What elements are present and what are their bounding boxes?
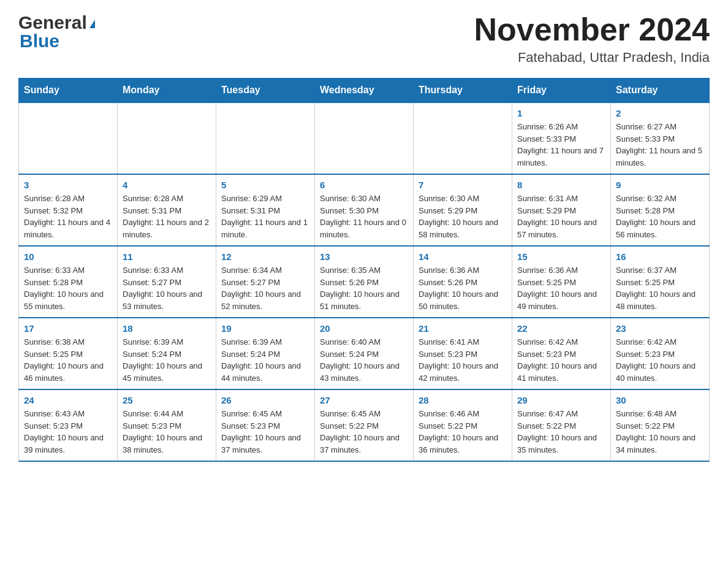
table-row: 2Sunrise: 6:27 AMSunset: 5:33 PMDaylight…	[611, 102, 710, 174]
day-info: Sunrise: 6:43 AMSunset: 5:23 PMDaylight:…	[24, 408, 112, 456]
calendar-row-1: 3Sunrise: 6:28 AMSunset: 5:32 PMDaylight…	[19, 174, 710, 246]
day-info: Sunrise: 6:29 AMSunset: 5:31 PMDaylight:…	[221, 193, 309, 240]
header-monday: Monday	[118, 79, 216, 103]
table-row	[19, 102, 118, 174]
table-row: 3Sunrise: 6:28 AMSunset: 5:32 PMDaylight…	[19, 174, 118, 246]
table-row: 29Sunrise: 6:47 AMSunset: 5:22 PMDayligh…	[512, 389, 611, 461]
day-info: Sunrise: 6:28 AMSunset: 5:32 PMDaylight:…	[24, 193, 112, 240]
table-row: 27Sunrise: 6:45 AMSunset: 5:22 PMDayligh…	[315, 389, 414, 461]
table-row: 23Sunrise: 6:42 AMSunset: 5:23 PMDayligh…	[611, 318, 710, 389]
day-info: Sunrise: 6:41 AMSunset: 5:23 PMDaylight:…	[419, 336, 507, 384]
table-row: 28Sunrise: 6:46 AMSunset: 5:22 PMDayligh…	[414, 389, 512, 461]
day-number: 23	[616, 323, 704, 334]
day-number: 19	[221, 323, 309, 334]
day-info: Sunrise: 6:48 AMSunset: 5:22 PMDaylight:…	[616, 408, 704, 456]
table-row: 18Sunrise: 6:39 AMSunset: 5:24 PMDayligh…	[118, 318, 216, 389]
day-number: 12	[221, 251, 309, 262]
day-number: 21	[419, 323, 507, 334]
day-info: Sunrise: 6:39 AMSunset: 5:24 PMDaylight:…	[123, 336, 211, 384]
header-friday: Friday	[512, 79, 611, 103]
day-number: 15	[517, 251, 605, 262]
table-row: 7Sunrise: 6:30 AMSunset: 5:29 PMDaylight…	[414, 174, 512, 246]
calendar-row-0: 1Sunrise: 6:26 AMSunset: 5:33 PMDaylight…	[19, 102, 710, 174]
day-number: 22	[517, 323, 605, 334]
day-info: Sunrise: 6:45 AMSunset: 5:22 PMDaylight:…	[320, 408, 408, 456]
day-info: Sunrise: 6:33 AMSunset: 5:28 PMDaylight:…	[24, 264, 112, 312]
table-row: 10Sunrise: 6:33 AMSunset: 5:28 PMDayligh…	[19, 246, 118, 318]
day-info: Sunrise: 6:42 AMSunset: 5:23 PMDaylight:…	[517, 336, 605, 384]
day-info: Sunrise: 6:28 AMSunset: 5:31 PMDaylight:…	[123, 193, 211, 240]
day-number: 27	[320, 395, 408, 405]
day-number: 30	[616, 395, 704, 405]
day-info: Sunrise: 6:45 AMSunset: 5:23 PMDaylight:…	[221, 408, 309, 456]
day-info: Sunrise: 6:37 AMSunset: 5:25 PMDaylight:…	[616, 264, 704, 312]
table-row: 30Sunrise: 6:48 AMSunset: 5:22 PMDayligh…	[611, 389, 710, 461]
header-saturday: Saturday	[611, 79, 710, 103]
day-info: Sunrise: 6:30 AMSunset: 5:29 PMDaylight:…	[419, 193, 507, 240]
table-row: 25Sunrise: 6:44 AMSunset: 5:23 PMDayligh…	[118, 389, 216, 461]
day-number: 10	[24, 251, 112, 262]
table-row	[216, 102, 315, 174]
day-number: 4	[123, 180, 211, 190]
header-thursday: Thursday	[414, 79, 512, 103]
table-row: 1Sunrise: 6:26 AMSunset: 5:33 PMDaylight…	[512, 102, 611, 174]
header-tuesday: Tuesday	[216, 79, 315, 103]
day-number: 20	[320, 323, 408, 334]
day-number: 1	[517, 108, 605, 118]
header-wednesday: Wednesday	[315, 79, 414, 103]
day-number: 29	[517, 395, 605, 405]
day-number: 18	[123, 323, 211, 334]
location-title: Fatehabad, Uttar Pradesh, India	[474, 50, 710, 66]
calendar-row-3: 17Sunrise: 6:38 AMSunset: 5:25 PMDayligh…	[19, 318, 710, 389]
day-number: 16	[616, 251, 704, 262]
day-info: Sunrise: 6:30 AMSunset: 5:30 PMDaylight:…	[320, 193, 408, 240]
day-number: 14	[419, 251, 507, 262]
table-row: 9Sunrise: 6:32 AMSunset: 5:28 PMDaylight…	[611, 174, 710, 246]
table-row: 11Sunrise: 6:33 AMSunset: 5:27 PMDayligh…	[118, 246, 216, 318]
calendar-row-4: 24Sunrise: 6:43 AMSunset: 5:23 PMDayligh…	[19, 389, 710, 461]
title-block: November 2024 Fatehabad, Uttar Pradesh, …	[474, 12, 710, 66]
day-number: 9	[616, 180, 704, 190]
day-info: Sunrise: 6:42 AMSunset: 5:23 PMDaylight:…	[616, 336, 704, 384]
table-row: 5Sunrise: 6:29 AMSunset: 5:31 PMDaylight…	[216, 174, 315, 246]
table-row: 8Sunrise: 6:31 AMSunset: 5:29 PMDaylight…	[512, 174, 611, 246]
day-number: 25	[123, 395, 211, 405]
weekday-header-row: Sunday Monday Tuesday Wednesday Thursday…	[19, 79, 710, 103]
table-row: 19Sunrise: 6:39 AMSunset: 5:24 PMDayligh…	[216, 318, 315, 389]
day-number: 5	[221, 180, 309, 190]
day-info: Sunrise: 6:26 AMSunset: 5:33 PMDaylight:…	[517, 121, 605, 169]
calendar-table: Sunday Monday Tuesday Wednesday Thursday…	[18, 78, 710, 462]
day-number: 13	[320, 251, 408, 262]
table-row: 17Sunrise: 6:38 AMSunset: 5:25 PMDayligh…	[19, 318, 118, 389]
day-number: 8	[517, 180, 605, 190]
day-info: Sunrise: 6:35 AMSunset: 5:26 PMDaylight:…	[320, 264, 408, 312]
day-number: 26	[221, 395, 309, 405]
table-row: 12Sunrise: 6:34 AMSunset: 5:27 PMDayligh…	[216, 246, 315, 318]
logo-triangle-icon	[89, 20, 95, 28]
table-row: 21Sunrise: 6:41 AMSunset: 5:23 PMDayligh…	[414, 318, 512, 389]
table-row: 24Sunrise: 6:43 AMSunset: 5:23 PMDayligh…	[19, 389, 118, 461]
day-number: 7	[419, 180, 507, 190]
day-info: Sunrise: 6:47 AMSunset: 5:22 PMDaylight:…	[517, 408, 605, 456]
header-sunday: Sunday	[19, 79, 118, 103]
table-row: 15Sunrise: 6:36 AMSunset: 5:25 PMDayligh…	[512, 246, 611, 318]
table-row: 6Sunrise: 6:30 AMSunset: 5:30 PMDaylight…	[315, 174, 414, 246]
day-number: 24	[24, 395, 112, 405]
table-row: 22Sunrise: 6:42 AMSunset: 5:23 PMDayligh…	[512, 318, 611, 389]
day-info: Sunrise: 6:34 AMSunset: 5:27 PMDaylight:…	[221, 264, 309, 312]
day-number: 11	[123, 251, 211, 262]
month-title: November 2024	[474, 12, 710, 47]
table-row: 4Sunrise: 6:28 AMSunset: 5:31 PMDaylight…	[118, 174, 216, 246]
logo: General Blue	[18, 12, 95, 52]
table-row	[118, 102, 216, 174]
table-row: 14Sunrise: 6:36 AMSunset: 5:26 PMDayligh…	[414, 246, 512, 318]
table-row: 26Sunrise: 6:45 AMSunset: 5:23 PMDayligh…	[216, 389, 315, 461]
logo-blue-text: Blue	[20, 31, 59, 52]
table-row: 13Sunrise: 6:35 AMSunset: 5:26 PMDayligh…	[315, 246, 414, 318]
day-number: 2	[616, 108, 704, 118]
day-info: Sunrise: 6:32 AMSunset: 5:28 PMDaylight:…	[616, 193, 704, 240]
day-info: Sunrise: 6:33 AMSunset: 5:27 PMDaylight:…	[123, 264, 211, 312]
day-info: Sunrise: 6:44 AMSunset: 5:23 PMDaylight:…	[123, 408, 211, 456]
day-number: 28	[419, 395, 507, 405]
logo-general-text: General	[18, 12, 87, 33]
